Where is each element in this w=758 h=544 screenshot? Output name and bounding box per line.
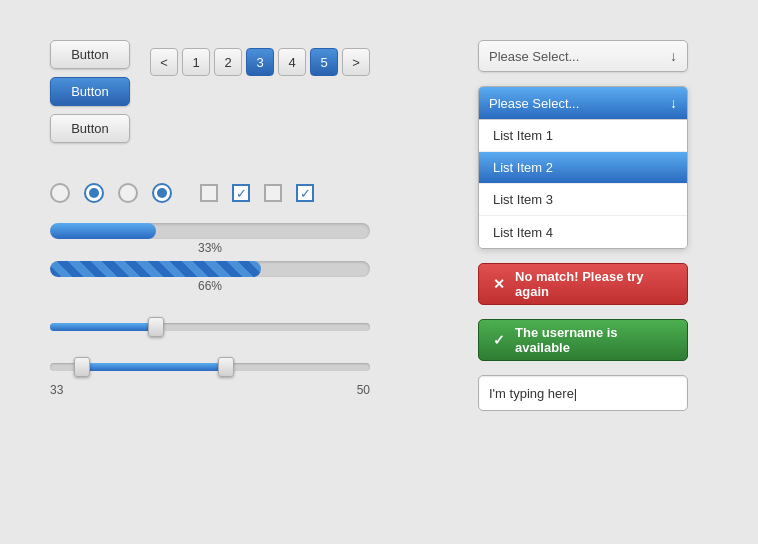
progress-bar-2 <box>50 261 370 277</box>
progress-fill-1 <box>50 223 156 239</box>
checkbox-2[interactable]: ✓ <box>232 184 250 202</box>
alert-success: ✓ The username is available <box>478 319 688 361</box>
slider-single[interactable] <box>50 313 370 341</box>
slider-thumb-right[interactable] <box>218 357 234 377</box>
default-button-1[interactable]: Button <box>50 40 130 69</box>
slider-range-min-label: 33 <box>50 383 63 397</box>
primary-button[interactable]: Button <box>50 77 130 106</box>
slider-range-max-label: 50 <box>357 383 370 397</box>
alert-error-message: No match! Please try again <box>515 269 673 299</box>
alert-success-icon: ✓ <box>493 332 505 348</box>
dropdown-item-4[interactable]: List Item 4 <box>479 216 687 248</box>
checkbox-4[interactable]: ✓ <box>296 184 314 202</box>
default-button-2[interactable]: Button <box>50 114 130 143</box>
pagination-1[interactable]: 1 <box>182 48 210 76</box>
dropdown-open-placeholder: Please Select... <box>489 96 579 111</box>
dropdown-closed-placeholder: Please Select... <box>489 49 579 64</box>
text-input[interactable] <box>478 375 688 411</box>
dropdown-item-1[interactable]: List Item 1 <box>479 120 687 152</box>
progress-bar-1 <box>50 223 370 239</box>
pagination-3[interactable]: 3 <box>246 48 274 76</box>
pagination-next[interactable]: > <box>342 48 370 76</box>
radio-3[interactable] <box>118 183 138 203</box>
progress-label-1: 33% <box>50 241 370 255</box>
pagination-prev[interactable]: < <box>150 48 178 76</box>
checkbox-3[interactable] <box>264 184 282 202</box>
dropdown-open-header[interactable]: Please Select... ↓ <box>479 87 687 119</box>
pagination-2[interactable]: 2 <box>214 48 242 76</box>
dropdown-open: Please Select... ↓ List Item 1 List Item… <box>478 86 688 249</box>
slider-thumb-left[interactable] <box>74 357 90 377</box>
dropdown-list: List Item 1 List Item 2 List Item 3 List… <box>479 119 687 248</box>
dropdown-arrow-icon: ↓ <box>670 48 677 64</box>
slider-range[interactable] <box>50 353 370 381</box>
alert-error-icon: ✕ <box>493 276 505 292</box>
pagination-5[interactable]: 5 <box>310 48 338 76</box>
radio-1[interactable] <box>50 183 70 203</box>
dropdown-closed[interactable]: Please Select... ↓ <box>478 40 688 72</box>
alert-error: ✕ No match! Please try again <box>478 263 688 305</box>
progress-fill-2 <box>50 261 261 277</box>
dropdown-open-arrow-icon: ↓ <box>670 95 677 111</box>
dropdown-item-3[interactable]: List Item 3 <box>479 184 687 216</box>
dropdown-item-2[interactable]: List Item 2 <box>479 152 687 184</box>
pagination-4[interactable]: 4 <box>278 48 306 76</box>
radio-4[interactable] <box>152 183 172 203</box>
checkbox-1[interactable] <box>200 184 218 202</box>
progress-label-2: 66% <box>50 279 370 293</box>
alert-success-message: The username is available <box>515 325 673 355</box>
radio-2[interactable] <box>84 183 104 203</box>
